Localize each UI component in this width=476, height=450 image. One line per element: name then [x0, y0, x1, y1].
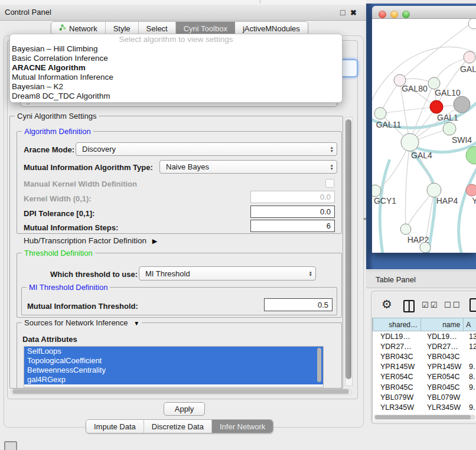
algorithm-option[interactable]: ARACNE Algorithm	[10, 63, 342, 73]
column-header-name[interactable]: name	[421, 318, 464, 331]
network-canvas[interactable]: GALGAL80GAL10GAL1GAL11SWI4GAL4GCY1HAP4YH…	[372, 19, 476, 253]
restore-panel-icon[interactable]	[4, 441, 17, 450]
mi-type-combo[interactable]: Naive Bayes ▲▼	[159, 160, 337, 174]
table-row[interactable]: YDR27… YDR27… 12	[373, 341, 476, 351]
table-horizontal-scrollbar-thumb[interactable]	[375, 415, 471, 419]
node-hap4[interactable]	[427, 183, 441, 197]
kernel-width-field[interactable]: 0.0	[250, 191, 335, 203]
tab-label: Discretize Data	[152, 422, 204, 431]
cyni-bottom-tab[interactable]: Infer Network	[212, 420, 273, 433]
close-panel-icon[interactable]: ✖	[350, 8, 357, 17]
table-row[interactable]: YLR345W YLR345W 9.	[373, 402, 476, 412]
node-gal[interactable]	[464, 51, 475, 63]
tab-label: Style	[113, 24, 131, 33]
which-threshold-value: MI Threshold	[145, 269, 190, 278]
manual-kernel-label: Manual Kernel Width Definition	[24, 180, 137, 188]
table-row[interactable]: YDL19… YDL19… 13	[373, 331, 476, 341]
data-attribute-item[interactable]: BetweennessCentrality	[24, 366, 323, 375]
column-header-shared-name[interactable]: shared…	[373, 318, 421, 331]
node-unlabeled[interactable]	[420, 242, 431, 253]
control-panel-tab[interactable]: jActiveMNodules	[235, 22, 308, 35]
aracne-mode-combo[interactable]: Discovery ▲▼	[76, 142, 337, 156]
algorithm-option[interactable]: Dream8 DC_TDC Algorithm	[10, 92, 342, 101]
node-label: HAP4	[436, 196, 458, 206]
top-strip	[0, 0, 366, 5]
manual-kernel-checkbox[interactable]	[325, 179, 334, 188]
sources-title-text: Sources for Network Inference	[24, 318, 128, 327]
tab-label: Network	[69, 24, 97, 33]
hub-section-row[interactable]: Hub/Transcription Factor Definition ▶	[24, 236, 157, 245]
sources-group-title: Sources for Network Inference ▼	[22, 318, 142, 327]
control-panel-tab[interactable]: Style	[106, 22, 139, 35]
column-header-partial[interactable]: A	[464, 318, 476, 331]
mi-threshold-group-title: MI Threshold Definition	[27, 283, 110, 292]
screenshot-root: Control Panel □ ✖ Network	[0, 0, 476, 450]
table-row[interactable]: YBR045C YBR045C 9.	[373, 382, 476, 392]
collapse-arrow-icon[interactable]: ▼	[133, 320, 139, 327]
select-all-checkboxes-icon[interactable]: ☑☑	[422, 301, 439, 309]
cyni-bottom-tab[interactable]: Discretize Data	[144, 420, 212, 433]
node-swi4[interactable]	[443, 122, 456, 135]
float-panel-icon[interactable]: □	[340, 8, 345, 17]
mi-type-value: Naive Bayes	[166, 162, 209, 171]
algorithm-option[interactable]: Bayesian – Hill Climbing	[10, 44, 342, 54]
node-gal1[interactable]	[430, 100, 443, 113]
node-label: GAL1	[437, 113, 458, 122]
close-window-button[interactable]	[379, 11, 386, 18]
node-hap2[interactable]	[400, 224, 411, 234]
algorithm-option[interactable]: Mutual Information Inference	[10, 73, 342, 82]
node-unlabeled[interactable]	[468, 19, 476, 29]
attributes-scrollbar-thumb[interactable]	[317, 348, 321, 382]
mi-steps-field[interactable]: 6	[250, 220, 335, 232]
zoom-window-button[interactable]	[402, 11, 410, 18]
mi-threshold-field[interactable]: 0.5	[264, 298, 332, 311]
which-threshold-combo[interactable]: MI Threshold ▲▼	[139, 266, 316, 281]
table-row[interactable]: YER054C YER054C 8.	[373, 372, 476, 382]
minimize-window-button[interactable]	[390, 11, 398, 18]
table-row[interactable]: YBL079W YBL079W	[373, 392, 476, 402]
tab-label: jActiveMNodules	[243, 24, 300, 33]
algorithm-dropdown-popup: Select algorithm to view settings Bayesi…	[9, 34, 343, 103]
node-gal4[interactable]	[401, 133, 419, 151]
dpi-tolerance-label: DPI Tolerance [0,1]:	[24, 209, 94, 218]
data-attribute-item[interactable]: gal4RGexp	[24, 375, 323, 384]
node-gal10[interactable]	[428, 77, 440, 89]
node-gcy1[interactable]	[372, 185, 381, 197]
table-panel-titlebar: Table Panel	[366, 270, 476, 288]
cyni-bottom-tabs: Impute Data Discretize Data Infer Networ…	[86, 419, 273, 433]
node-unlabeled[interactable]	[466, 146, 476, 164]
table-row[interactable]: YBR043C YBR043C	[373, 351, 476, 361]
control-panel-tab[interactable]: Cyni Toolbox	[176, 22, 235, 35]
aracne-mode-label: Aracne Mode:	[24, 145, 74, 154]
expand-arrow-icon[interactable]: ▶	[152, 237, 157, 244]
dpi-tolerance-field[interactable]: 0.0	[250, 206, 335, 218]
data-attribute-item[interactable]: SelfLoops	[24, 347, 323, 356]
combo-stepper-icon: ▲▼	[330, 161, 334, 173]
network-tab-icon	[59, 24, 66, 33]
node-table: shared… name A YDL19… YDL19… 13 YDR27… Y…	[372, 318, 476, 420]
algorithm-option[interactable]: Basic Correlation Inference	[10, 54, 342, 63]
node-y[interactable]	[466, 184, 476, 196]
settings-horizontal-scrollbar-thumb[interactable]	[12, 389, 349, 394]
apply-button[interactable]: Apply	[164, 402, 205, 416]
network-edge	[380, 159, 390, 253]
node-unlabeled[interactable]	[454, 96, 470, 113]
column-layout-icon[interactable]	[403, 300, 415, 312]
export-table-icon[interactable]	[470, 298, 476, 312]
table-horizontal-scrollbar[interactable]	[374, 415, 475, 420]
algorithm-option[interactable]: Bayesian – K2	[10, 82, 342, 92]
table-row[interactable]: YPR145W YPR145W 9.	[373, 362, 476, 372]
settings-vertical-scrollbar-thumb[interactable]	[345, 119, 351, 379]
node-gal11[interactable]	[374, 107, 386, 119]
threshold-definition-title: Threshold Definition	[22, 249, 95, 257]
gear-icon[interactable]: ⚙	[382, 297, 392, 311]
data-attribute-item[interactable]: TopologicalCoefficient	[24, 356, 323, 366]
tab-label: Cyni Toolbox	[184, 24, 227, 33]
network-window-titlebar[interactable]	[372, 6, 476, 19]
control-panel-tab[interactable]: Select	[139, 22, 176, 35]
cyni-bottom-tab[interactable]: Impute Data	[86, 420, 144, 433]
control-panel-tab[interactable]: Network	[51, 22, 106, 35]
algorithm-definition-title: Algorithm Definition	[22, 127, 93, 136]
tab-label: Infer Network	[220, 422, 265, 431]
deselect-all-checkboxes-icon[interactable]: ☐☐	[444, 301, 461, 309]
